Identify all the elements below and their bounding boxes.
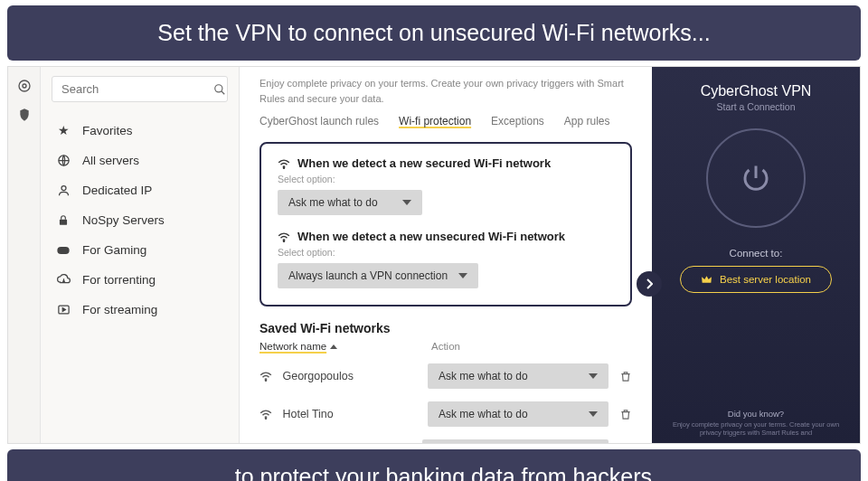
secured-title: When we detect a new secured Wi-Fi netwo… (297, 156, 551, 170)
tabs: CyberGhost launch rules Wi-fi protection… (259, 115, 632, 129)
saved-row: Hotel Tino Ask me what to do (259, 395, 632, 433)
saved-header: Network name Action (259, 341, 632, 352)
secured-section: When we detect a new secured Wi-Fi netwo… (278, 156, 614, 215)
gamepad-icon (55, 245, 71, 256)
network-action-dropdown[interactable]: Ask me what to do (428, 363, 609, 389)
unsecured-value: Always launch a VPN connection (288, 269, 448, 282)
sidebar: ★Favorites All servers Dedicated IP NoSp… (41, 67, 240, 443)
wifi-rules-card: When we detect a new secured Wi-Fi netwo… (259, 142, 632, 307)
wifi-icon (278, 158, 290, 169)
best-location-label: Best server location (720, 274, 811, 285)
expand-button[interactable] (637, 271, 662, 297)
globe-icon (55, 154, 71, 167)
delete-icon[interactable] (619, 370, 632, 383)
bottom-banner: ...to protect your banking data from hac… (7, 449, 861, 481)
chevron-down-icon (458, 273, 467, 278)
brand-subtitle: Start a Connection (717, 101, 796, 112)
svg-point-11 (265, 380, 266, 381)
network-action-dropdown[interactable]: Never launch a VPN connection (422, 439, 609, 443)
user-icon (55, 184, 71, 197)
sidebar-item-torrenting[interactable]: For torrenting (52, 265, 228, 295)
play-icon (55, 303, 71, 316)
left-rail (8, 67, 41, 443)
tab-launch-rules[interactable]: CyberGhost launch rules (259, 115, 379, 129)
lock-icon (55, 214, 71, 227)
svg-point-9 (283, 167, 284, 168)
wifi-icon (278, 231, 290, 242)
column-action: Action (431, 341, 460, 352)
unsecured-hint: Select option: (278, 247, 614, 258)
search-icon (213, 83, 226, 96)
delete-icon[interactable] (619, 408, 632, 421)
saved-row: Hristovski_Tenda Never launch a VPN conn… (259, 433, 632, 443)
sidebar-item-label: NoSpy Servers (82, 213, 165, 227)
sidebar-item-streaming[interactable]: For streaming (52, 295, 228, 325)
sidebar-item-gaming[interactable]: For Gaming (52, 235, 228, 265)
unsecured-dropdown[interactable]: Always launch a VPN connection (278, 263, 478, 288)
top-banner: Set the VPN to connect on unsecured Wi-F… (7, 5, 861, 61)
svg-point-0 (19, 80, 30, 91)
sidebar-item-label: For torrenting (82, 273, 156, 287)
best-location-button[interactable]: Best server location (680, 266, 832, 293)
connection-panel: CyberGhost VPN Start a Connection Connec… (652, 67, 860, 443)
unsecured-section: When we detect a new unsecured Wi-Fi net… (278, 230, 614, 288)
tip-footer: Did you know? Enjoy complete privacy on … (661, 409, 851, 439)
sidebar-item-label: For streaming (82, 303, 157, 316)
sidebar-item-nospy[interactable]: NoSpy Servers (52, 205, 228, 235)
svg-line-3 (222, 90, 225, 94)
search-box[interactable] (52, 76, 228, 102)
sidebar-item-label: All servers (82, 154, 139, 167)
saved-networks-title: Saved Wi-Fi networks (259, 321, 632, 335)
tab-wifi-protection[interactable]: Wi-fi protection (399, 115, 471, 129)
privacy-icon[interactable] (16, 107, 33, 123)
tab-exceptions[interactable]: Exceptions (491, 115, 544, 129)
search-input[interactable] (61, 82, 213, 96)
star-icon: ★ (55, 123, 71, 137)
network-name: Georgopoulos (282, 370, 428, 382)
download-icon (55, 273, 71, 287)
svg-point-12 (265, 418, 266, 419)
connect-to-label: Connect to: (730, 248, 783, 259)
network-action-dropdown[interactable]: Ask me what to do (428, 401, 609, 427)
secured-dropdown[interactable]: Ask me what to do (278, 190, 422, 215)
svg-point-5 (61, 186, 66, 191)
sidebar-item-label: For Gaming (82, 243, 146, 257)
wifi-icon (259, 371, 282, 382)
sidebar-item-label: Dedicated IP (82, 184, 152, 197)
network-name: Hotel Tino (282, 408, 428, 420)
unsecured-title: When we detect a new unsecured Wi-Fi net… (297, 230, 565, 243)
tip-desc: Enjoy complete privacy on your terms. Cr… (661, 420, 851, 439)
chevron-right-icon (646, 278, 653, 289)
tab-app-rules[interactable]: App rules (564, 115, 610, 129)
wifi-icon (259, 409, 282, 420)
crown-icon (701, 275, 712, 285)
svg-rect-7 (57, 247, 69, 254)
sidebar-item-dedicated-ip[interactable]: Dedicated IP (52, 175, 228, 205)
intro-text: Enjoy complete privacy on your terms. Cr… (259, 76, 632, 106)
shield-icon[interactable] (16, 78, 33, 94)
app-window: ★Favorites All servers Dedicated IP NoSp… (7, 66, 861, 444)
secured-value: Ask me what to do (288, 196, 378, 209)
svg-point-2 (215, 84, 222, 91)
saved-row: Georgopoulos Ask me what to do (259, 357, 632, 395)
svg-rect-6 (60, 219, 67, 224)
sidebar-item-all-servers[interactable]: All servers (52, 146, 228, 175)
main-content: Enjoy complete privacy on your terms. Cr… (240, 67, 652, 443)
tip-title: Did you know? (661, 409, 851, 419)
column-network-name[interactable]: Network name (259, 341, 337, 352)
sidebar-item-favorites[interactable]: ★Favorites (52, 115, 228, 146)
svg-point-1 (23, 84, 26, 88)
secured-hint: Select option: (278, 174, 614, 184)
power-icon (740, 162, 772, 194)
power-button[interactable] (706, 128, 806, 228)
chevron-down-icon (402, 200, 411, 205)
brand-title: CyberGhost VPN (701, 83, 812, 99)
sidebar-item-label: Favorites (82, 124, 133, 137)
svg-point-10 (283, 240, 284, 241)
